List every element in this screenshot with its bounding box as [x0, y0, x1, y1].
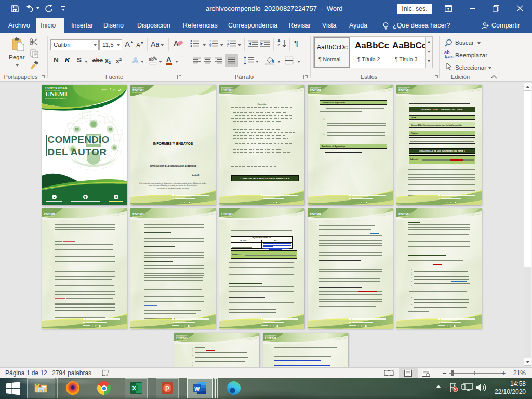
svg-text:ab: ab	[149, 57, 154, 62]
svg-text:W: W	[194, 385, 200, 392]
svg-text:3.: 3.	[209, 45, 212, 48]
svg-text:i.: i.	[227, 45, 229, 48]
svg-text:P: P	[165, 385, 169, 392]
svg-text:x: x	[106, 373, 108, 376]
svg-text:X: X	[132, 385, 137, 391]
